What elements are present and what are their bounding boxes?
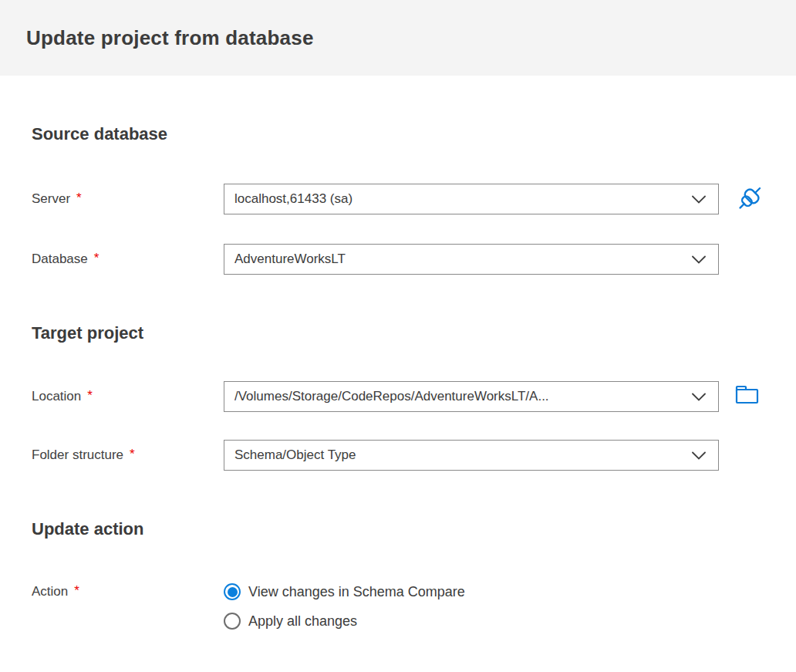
- form-row-location: Location* /Volumes/Storage/CodeRepos/Adv…: [32, 381, 770, 412]
- radio-option-view-changes-label: View changes in Schema Compare: [248, 583, 465, 600]
- dialog-body: Source database Server* localhost,61433 …: [0, 76, 796, 630]
- folder-structure-dropdown-value: Schema/Object Type: [234, 447, 684, 463]
- radio-unselected-icon: [224, 613, 241, 630]
- location-dropdown[interactable]: /Volumes/Storage/CodeRepos/AdventureWork…: [224, 381, 719, 412]
- action-label-text: Action: [32, 584, 68, 599]
- chevron-down-icon: [692, 195, 706, 204]
- section-heading-source-database: Source database: [32, 123, 770, 145]
- chevron-down-icon: [692, 393, 706, 401]
- chevron-down-icon: [692, 255, 706, 264]
- form-row-database: Database* AdventureWorksLT: [32, 244, 770, 275]
- form-row-folder-structure: Folder structure* Schema/Object Type: [32, 440, 770, 471]
- database-dropdown-value: AdventureWorksLT: [234, 252, 684, 267]
- chevron-down-icon: [692, 451, 706, 460]
- database-dropdown[interactable]: AdventureWorksLT: [224, 244, 719, 275]
- connect-button[interactable]: [734, 180, 767, 218]
- location-label: Location*: [32, 388, 224, 405]
- required-asterisk: *: [76, 191, 82, 205]
- location-dropdown-value: /Volumes/Storage/CodeRepos/AdventureWork…: [234, 389, 684, 404]
- database-label-text: Database: [32, 252, 88, 266]
- connect-icon: [734, 180, 767, 218]
- required-asterisk: *: [130, 447, 135, 461]
- form-row-server: Server* localhost,61433 (sa): [32, 180, 770, 218]
- browse-folder-button[interactable]: [734, 383, 761, 410]
- radio-option-view-changes[interactable]: View changes in Schema Compare: [224, 583, 465, 600]
- radio-selected-icon: [224, 583, 241, 600]
- location-label-text: Location: [32, 389, 81, 404]
- required-asterisk: *: [94, 251, 100, 265]
- server-dropdown[interactable]: localhost,61433 (sa): [224, 184, 719, 214]
- page-title: Update project from database: [26, 26, 314, 50]
- section-heading-target-project: Target project: [32, 322, 770, 344]
- action-radio-group: View changes in Schema Compare Apply all…: [224, 583, 465, 630]
- folder-structure-label: Folder structure*: [32, 447, 224, 464]
- radio-option-apply-all[interactable]: Apply all changes: [224, 613, 465, 630]
- folder-structure-label-text: Folder structure: [32, 447, 123, 462]
- server-label-text: Server: [32, 191, 70, 206]
- required-asterisk: *: [74, 583, 79, 598]
- server-dropdown-value: localhost,61433 (sa): [234, 191, 684, 207]
- update-project-dialog: Update project from database Source data…: [0, 0, 796, 672]
- folder-structure-dropdown[interactable]: Schema/Object Type: [224, 440, 719, 471]
- action-label: Action*: [32, 583, 224, 600]
- required-asterisk: *: [87, 388, 93, 403]
- server-label: Server*: [32, 191, 224, 208]
- database-label: Database*: [32, 251, 224, 268]
- form-row-action: Action* View changes in Schema Compare A…: [32, 583, 770, 630]
- radio-option-apply-all-label: Apply all changes: [248, 613, 357, 630]
- section-heading-update-action: Update action: [32, 518, 770, 540]
- dialog-header: Update project from database: [0, 0, 796, 76]
- folder-icon: [734, 383, 761, 410]
